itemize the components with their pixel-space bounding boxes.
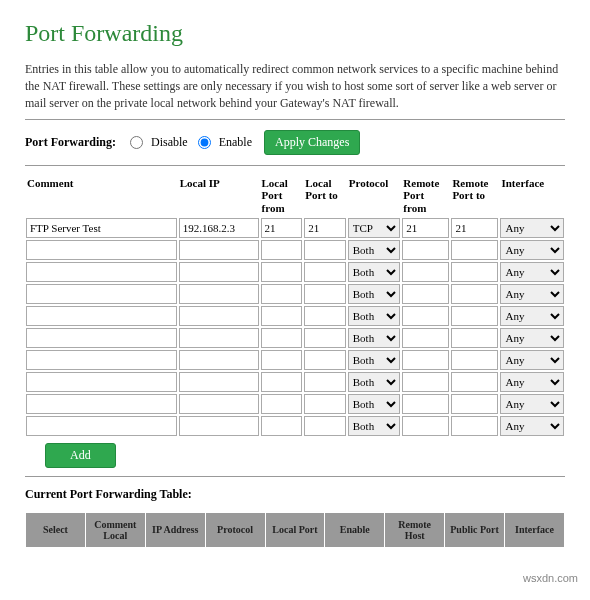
protocol-select[interactable]: Both [348,306,401,326]
remote-port-from-input[interactable] [402,416,449,436]
remote-port-from-input[interactable] [402,328,449,348]
current-header-comment-local: Comment Local [85,512,145,547]
disable-radio[interactable] [130,136,143,149]
current-header-interface: Interface [505,512,565,547]
remote-port-from-input[interactable] [402,394,449,414]
remote-port-to-input[interactable] [451,284,498,304]
comment-input[interactable] [26,394,177,414]
interface-select[interactable]: Any [500,284,564,304]
remote-port-to-input[interactable] [451,416,498,436]
divider [25,119,565,120]
enable-label: Enable [219,135,252,150]
local-port-to-input[interactable] [304,218,346,238]
protocol-select[interactable]: Both [348,328,401,348]
local-ip-input[interactable] [179,306,259,326]
local-port-from-input[interactable] [261,372,303,392]
local-port-to-input[interactable] [304,394,346,414]
remote-port-to-input[interactable] [451,218,498,238]
page-description: Entries in this table allow you to autom… [25,61,565,111]
comment-input[interactable] [26,306,177,326]
apply-changes-button[interactable]: Apply Changes [264,130,360,155]
interface-select[interactable]: Any [500,262,564,282]
local-ip-input[interactable] [179,372,259,392]
comment-input[interactable] [26,416,177,436]
remote-port-from-input[interactable] [402,262,449,282]
remote-port-to-input[interactable] [451,394,498,414]
protocol-select[interactable]: Both [348,262,401,282]
local-port-from-input[interactable] [261,416,303,436]
local-port-from-input[interactable] [261,306,303,326]
local-ip-input[interactable] [179,218,259,238]
remote-port-from-input[interactable] [402,284,449,304]
current-table-header-row: Select Comment Local IP Address Protocol… [26,512,565,547]
current-header-ip-address: IP Address [145,512,205,547]
local-ip-input[interactable] [179,416,259,436]
remote-port-to-input[interactable] [451,306,498,326]
local-port-from-input[interactable] [261,240,303,260]
local-ip-input[interactable] [179,394,259,414]
protocol-select[interactable]: Both [348,284,401,304]
remote-port-from-input[interactable] [402,372,449,392]
enable-radio[interactable] [198,136,211,149]
interface-select[interactable]: Any [500,218,564,238]
remote-port-from-input[interactable] [402,306,449,326]
interface-select[interactable]: Any [500,306,564,326]
protocol-select[interactable]: Both [348,416,401,436]
local-ip-input[interactable] [179,262,259,282]
current-header-remote-host: Remote Host [385,512,445,547]
table-row: BothAny [25,349,565,371]
local-ip-input[interactable] [179,350,259,370]
remote-port-to-input[interactable] [451,240,498,260]
local-port-to-input[interactable] [304,262,346,282]
protocol-select[interactable]: TCP [348,218,401,238]
local-port-to-input[interactable] [304,328,346,348]
local-port-to-input[interactable] [304,284,346,304]
comment-input[interactable] [26,328,177,348]
local-port-to-input[interactable] [304,350,346,370]
protocol-select[interactable]: Both [348,372,401,392]
interface-select[interactable]: Any [500,416,564,436]
local-port-from-input[interactable] [261,284,303,304]
add-button[interactable]: Add [45,443,116,468]
interface-select[interactable]: Any [500,350,564,370]
local-ip-input[interactable] [179,284,259,304]
comment-input[interactable] [26,350,177,370]
local-port-from-input[interactable] [261,394,303,414]
remote-port-to-input[interactable] [451,262,498,282]
local-port-from-input[interactable] [261,218,303,238]
current-header-local-port: Local Port [265,512,325,547]
local-port-from-input[interactable] [261,328,303,348]
interface-select[interactable]: Any [500,240,564,260]
protocol-select[interactable]: Both [348,394,401,414]
interface-select[interactable]: Any [500,328,564,348]
comment-input[interactable] [26,372,177,392]
local-ip-input[interactable] [179,328,259,348]
port-forwarding-toggle-row: Port Forwarding: Disable Enable Apply Ch… [25,130,565,155]
comment-input[interactable] [26,284,177,304]
remote-port-to-input[interactable] [451,350,498,370]
header-comment: Comment [25,174,178,216]
comment-input[interactable] [26,240,177,260]
protocol-select[interactable]: Both [348,350,401,370]
interface-select[interactable]: Any [500,394,564,414]
remote-port-to-input[interactable] [451,372,498,392]
comment-input[interactable] [26,218,177,238]
local-port-from-input[interactable] [261,350,303,370]
local-port-to-input[interactable] [304,240,346,260]
local-port-to-input[interactable] [304,306,346,326]
local-ip-input[interactable] [179,240,259,260]
remote-port-from-input[interactable] [402,350,449,370]
table-header-row: Comment Local IP Local Port from Local P… [25,174,565,216]
comment-input[interactable] [26,262,177,282]
remote-port-to-input[interactable] [451,328,498,348]
disable-label: Disable [151,135,188,150]
remote-port-from-input[interactable] [402,218,449,238]
header-protocol: Protocol [347,174,402,216]
interface-select[interactable]: Any [500,372,564,392]
remote-port-from-input[interactable] [402,240,449,260]
watermark: wsxdn.com [523,572,578,584]
local-port-from-input[interactable] [261,262,303,282]
protocol-select[interactable]: Both [348,240,401,260]
local-port-to-input[interactable] [304,372,346,392]
local-port-to-input[interactable] [304,416,346,436]
